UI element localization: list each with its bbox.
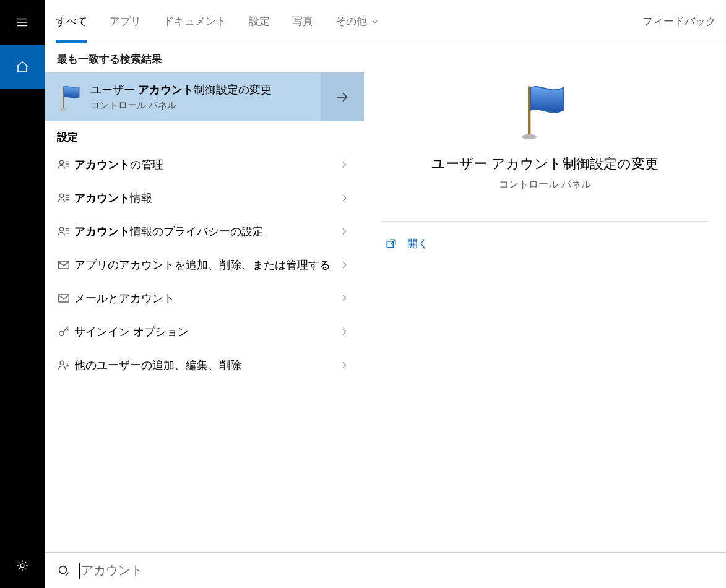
svg-point-7	[59, 160, 63, 164]
gear-icon	[15, 559, 29, 573]
tab-label: ドキュメント	[163, 14, 227, 28]
user-list-icon	[57, 158, 74, 171]
settings-button[interactable]	[0, 543, 45, 588]
search-icon	[57, 564, 71, 577]
svg-rect-19	[59, 261, 69, 269]
tab-label: すべて	[56, 14, 87, 28]
user-list-icon	[57, 225, 74, 238]
result-item-account-privacy[interactable]: アカウント情報のプライバシーの設定	[45, 215, 364, 248]
svg-point-22	[60, 361, 64, 365]
result-label: アカウントの管理	[74, 157, 339, 173]
chevron-right-icon	[339, 160, 354, 170]
svg-point-15	[59, 227, 63, 231]
open-action[interactable]: 開く	[381, 236, 709, 251]
tab-apps[interactable]: アプリ	[98, 0, 152, 43]
best-match-heading: 最も一致する検索結果	[45, 43, 364, 72]
results-panel: 最も一致する検索結果	[45, 43, 364, 552]
home-button[interactable]	[0, 45, 45, 89]
tabs-row: すべて アプリ ドキュメント 設定 写真 その他 フィードバック	[45, 0, 726, 43]
svg-point-11	[59, 194, 63, 197]
result-label: アプリのアカウントを追加、削除、または管理する	[74, 257, 339, 273]
tab-all[interactable]: すべて	[45, 0, 98, 43]
tab-label: アプリ	[110, 14, 141, 28]
tabs: すべて アプリ ドキュメント 設定 写真 その他	[45, 0, 391, 43]
best-match-row: ユーザー アカウント制御設定の変更 コントロール パネル	[45, 72, 364, 121]
tab-label: その他	[335, 14, 367, 28]
best-match-expand-button[interactable]	[321, 72, 364, 121]
feedback-label: フィードバック	[642, 15, 716, 27]
flag-icon	[519, 80, 572, 140]
tab-label: 写真	[292, 14, 313, 28]
tab-label: 設定	[249, 14, 270, 28]
tab-documents[interactable]: ドキュメント	[152, 0, 238, 43]
tab-more[interactable]: その他	[324, 0, 391, 43]
user-list-icon	[57, 191, 74, 205]
chevron-right-icon	[339, 327, 354, 337]
hamburger-icon	[15, 15, 29, 29]
best-match-item[interactable]: ユーザー アカウント制御設定の変更 コントロール パネル	[45, 72, 321, 121]
result-item-app-accounts[interactable]: アプリのアカウントを追加、削除、または管理する	[45, 248, 364, 282]
result-item-account-info[interactable]: アカウント情報	[45, 181, 364, 215]
result-label: 他のユーザーの追加、編集、削除	[74, 357, 339, 373]
tab-settings[interactable]: 設定	[238, 0, 281, 43]
svg-point-3	[20, 564, 24, 568]
result-label: サインイン オプション	[74, 324, 339, 340]
arrow-right-icon	[334, 89, 350, 105]
detail-title: ユーザー アカウント制御設定の変更	[431, 155, 658, 173]
result-item-other-users[interactable]: 他のユーザーの追加、編集、削除	[45, 348, 364, 382]
mail-icon	[57, 258, 74, 272]
tab-photos[interactable]: 写真	[281, 0, 324, 43]
svg-rect-20	[59, 295, 69, 302]
svg-point-5	[60, 108, 66, 111]
svg-point-21	[59, 331, 64, 335]
chevron-right-icon	[339, 193, 354, 203]
result-label: アカウント情報のプライバシーの設定	[74, 223, 339, 240]
detail-subtitle: コントロール パネル	[499, 178, 590, 191]
home-icon	[15, 59, 30, 74]
search-input[interactable]	[81, 563, 714, 577]
result-label: メールとアカウント	[74, 290, 339, 306]
chevron-right-icon	[339, 360, 354, 370]
best-match-title: ユーザー アカウント制御設定の変更	[90, 82, 272, 97]
left-rail	[0, 0, 45, 588]
flag-icon	[57, 84, 84, 111]
detail-panel: ユーザー アカウント制御設定の変更 コントロール パネル 開く	[364, 43, 726, 552]
settings-heading: 設定	[45, 121, 364, 148]
text-caret	[79, 563, 80, 579]
user-add-icon	[57, 358, 74, 372]
feedback-link[interactable]: フィードバック	[642, 14, 721, 28]
mail-icon	[57, 292, 74, 305]
best-match-subtitle: コントロール パネル	[90, 100, 272, 111]
search-bar[interactable]	[45, 552, 726, 588]
open-icon	[385, 238, 397, 250]
key-icon	[57, 325, 74, 339]
svg-point-29	[59, 566, 67, 573]
result-label: アカウント情報	[74, 190, 339, 206]
svg-line-30	[66, 572, 69, 575]
chevron-right-icon	[339, 227, 354, 236]
result-item-account-manage[interactable]: アカウントの管理	[45, 148, 364, 181]
chevron-right-icon	[339, 293, 354, 303]
chevron-down-icon	[371, 17, 379, 26]
result-item-signin-options[interactable]: サインイン オプション	[45, 315, 364, 348]
chevron-right-icon	[339, 260, 354, 270]
menu-button[interactable]	[0, 0, 45, 45]
svg-point-26	[522, 134, 537, 140]
open-label: 開く	[407, 236, 428, 251]
result-item-mail-accounts[interactable]: メールとアカウント	[45, 282, 364, 315]
